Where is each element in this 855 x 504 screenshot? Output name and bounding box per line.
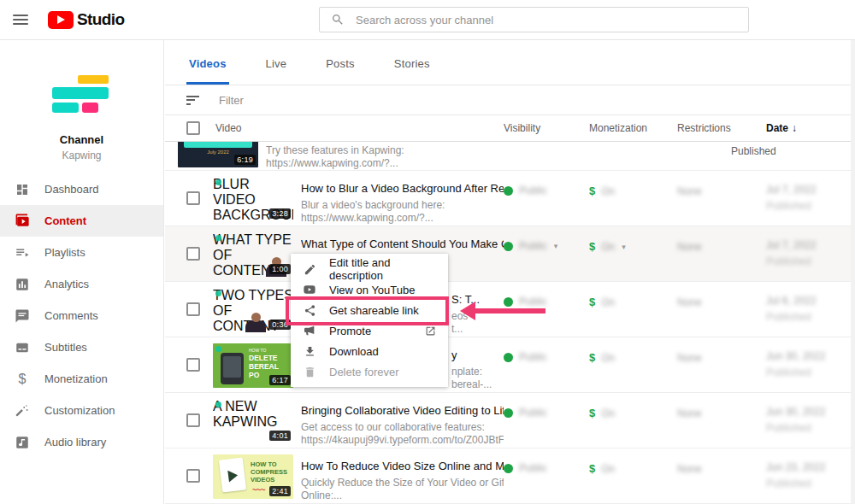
duration-badge: 2:41 bbox=[269, 486, 291, 496]
public-visibility-icon bbox=[504, 408, 513, 418]
menu-item-edit-title-and-description[interactable]: Edit title and description bbox=[291, 259, 448, 279]
row-checkbox[interactable] bbox=[186, 247, 200, 261]
duration-badge: 6:19 bbox=[234, 155, 256, 165]
monetization-on-icon: $ bbox=[589, 462, 595, 475]
sidebar-item-analytics[interactable]: Analytics bbox=[0, 268, 163, 300]
channel-label: Channel bbox=[0, 133, 163, 146]
duration-badge: 1:00 bbox=[269, 264, 291, 274]
video-thumbnail[interactable]: A NEW KAPWING4:01 bbox=[213, 399, 293, 443]
visibility-value: Public bbox=[519, 296, 547, 308]
date-status: Published bbox=[766, 200, 855, 212]
sidebar-item-playlists[interactable]: Playlists bbox=[0, 237, 163, 268]
youtube-studio-logo[interactable]: Studio bbox=[48, 10, 125, 29]
search-input[interactable] bbox=[356, 14, 748, 26]
restrictions-cell: None bbox=[677, 393, 766, 419]
row-checkbox[interactable] bbox=[186, 302, 200, 316]
row-checkbox[interactable] bbox=[186, 413, 200, 427]
kapwing-watermark-icon bbox=[215, 290, 221, 296]
video-title[interactable]: What Type of Content Should You Make Onl… bbox=[301, 237, 504, 250]
column-visibility: Visibility bbox=[504, 122, 540, 134]
video-title[interactable]: How to Blur a Video Background After Rec… bbox=[301, 182, 504, 195]
table-row: HOW TOCOMPRESSVIDEOS~~~2:41How To Reduce… bbox=[165, 448, 855, 504]
monetization-on-icon: $ bbox=[589, 185, 595, 197]
filter-bar[interactable]: Filter bbox=[165, 85, 855, 115]
video-thumbnail[interactable]: TWO TYPESOF CONTENT0:36 bbox=[213, 288, 293, 332]
video-thumbnail[interactable]: HOW TOCOMPRESSVIDEOS~~~2:41 bbox=[213, 454, 293, 499]
visibility-cell: Public bbox=[504, 282, 589, 308]
sidebar-item-customization[interactable]: Customization bbox=[0, 395, 163, 426]
menu-item-promote[interactable]: Promote bbox=[291, 320, 448, 341]
content-page: VideosLivePostsStories Filter Video Visi… bbox=[165, 40, 855, 504]
menu-item-view-on-youtube[interactable]: View on YouTube bbox=[291, 279, 448, 300]
comments-icon bbox=[14, 308, 31, 325]
date-status: Published bbox=[766, 422, 855, 434]
monetization-cell: $On bbox=[589, 393, 677, 419]
sidebar-item-comments[interactable]: Comments bbox=[0, 300, 163, 331]
video-title[interactable]: How To Reduce Video Size Online and Main… bbox=[301, 460, 504, 472]
menu-item-get-shareable-link[interactable]: Get shareable link bbox=[291, 300, 448, 320]
channel-search-bar[interactable] bbox=[319, 7, 749, 32]
sidebar-item-monetization[interactable]: $Monetization bbox=[0, 363, 163, 395]
public-visibility-icon bbox=[504, 186, 513, 196]
menu-item-label: Get shareable link bbox=[329, 304, 419, 317]
video-list: July 20226:19Try these features in Kapwi… bbox=[165, 142, 855, 504]
restrictions-cell bbox=[642, 142, 731, 156]
sidebar-item-dashboard[interactable]: Dashboard bbox=[0, 173, 163, 205]
video-thumbnail[interactable]: BLUR VIDEOBACKGROUND3:28 bbox=[213, 177, 293, 221]
table-row: BLUR VIDEOBACKGROUND3:28How to Blur a Vi… bbox=[165, 171, 855, 226]
date-status: Published bbox=[766, 255, 855, 267]
kapwing-watermark-icon bbox=[215, 179, 221, 185]
channel-name: Kapwing bbox=[0, 149, 163, 161]
scrollbar[interactable] bbox=[851, 40, 855, 504]
table-row: July 20226:19Try these features in Kapwi… bbox=[165, 142, 855, 171]
channel-avatar[interactable] bbox=[52, 75, 109, 113]
video-description-line: https://www.kapwing.com/?... bbox=[266, 157, 469, 170]
annotation-arrow-head bbox=[460, 302, 475, 320]
chevron-down-icon: ▾ bbox=[622, 243, 626, 251]
row-checkbox[interactable] bbox=[186, 191, 200, 205]
video-info-cell: How To Reduce Video Size Online and Main… bbox=[301, 448, 504, 502]
tab-stories[interactable]: Stories bbox=[394, 57, 430, 85]
select-all-checkbox[interactable] bbox=[186, 121, 200, 135]
sidebar-item-label: Analytics bbox=[44, 278, 89, 290]
menu-item-download[interactable]: Download bbox=[291, 341, 448, 361]
sidebar-item-audio-library[interactable]: Audio library bbox=[0, 426, 163, 458]
analytics-icon bbox=[14, 276, 31, 293]
hamburger-menu-icon[interactable] bbox=[13, 12, 28, 27]
tab-posts[interactable]: Posts bbox=[326, 57, 355, 85]
sidebar-item-content[interactable]: Content bbox=[0, 205, 163, 237]
video-description-line: Try these features in Kapwing: bbox=[266, 144, 469, 157]
content-icon bbox=[14, 213, 31, 230]
trash-icon bbox=[303, 365, 316, 378]
video-info-cell: What Type of Content Should You Make Onl… bbox=[301, 226, 504, 250]
kapwing-watermark-icon bbox=[215, 401, 221, 407]
video-description-line: Blur a video's background here: bbox=[301, 199, 504, 212]
table-row: A NEW KAPWING4:01Bringing Collaborative … bbox=[165, 393, 855, 448]
video-thumbnail[interactable]: WHAT TYPEOF CONTENTSHOULD YOUMAKE?⤴1:00 bbox=[213, 232, 293, 277]
sidebar-item-label: Playlists bbox=[44, 246, 86, 259]
column-date-sort[interactable]: Date↓ bbox=[766, 122, 797, 134]
monetization-cell[interactable]: $On▾ bbox=[589, 226, 677, 253]
column-monetization: Monetization bbox=[589, 122, 647, 134]
sidebar-item-subtitles[interactable]: Subtitles bbox=[0, 331, 163, 363]
video-thumbnail[interactable]: HOW TODELETEBEREALPO6:17 bbox=[213, 343, 293, 388]
youtube-icon bbox=[303, 283, 316, 296]
date-status: Published bbox=[766, 366, 855, 378]
visibility-cell[interactable]: Public▾ bbox=[504, 226, 589, 252]
date-status: Published bbox=[731, 145, 855, 157]
sort-descending-icon: ↓ bbox=[792, 122, 797, 134]
visibility-cell: Public bbox=[504, 448, 589, 474]
youtube-play-icon bbox=[48, 11, 74, 29]
row-checkbox[interactable] bbox=[186, 469, 200, 483]
monetization-on-icon: $ bbox=[589, 240, 595, 253]
date-cell: Jun 23, 2022Published bbox=[766, 448, 855, 489]
video-thumbnail[interactable]: July 20226:19 bbox=[178, 142, 258, 167]
restrictions-value: None bbox=[677, 463, 766, 475]
duration-badge: 0:36 bbox=[269, 319, 291, 330]
tab-live[interactable]: Live bbox=[266, 57, 287, 85]
row-checkbox[interactable] bbox=[186, 358, 200, 372]
tab-videos[interactable]: Videos bbox=[189, 57, 227, 85]
date-status: Published bbox=[766, 478, 855, 489]
video-title[interactable]: Bringing Collaborative Video Editing to … bbox=[301, 404, 504, 417]
public-visibility-icon bbox=[504, 242, 513, 251]
